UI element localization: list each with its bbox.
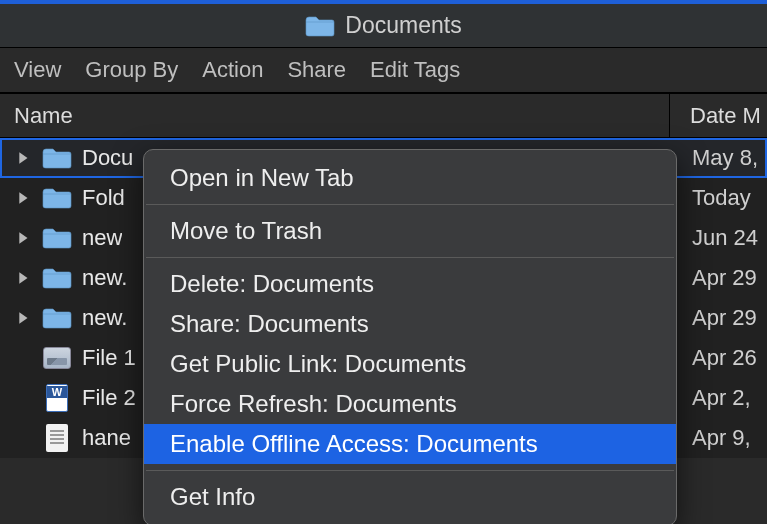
file-date: Apr 29 bbox=[672, 305, 765, 331]
disclosure-triangle-icon[interactable] bbox=[16, 231, 32, 245]
file-date: Today bbox=[672, 185, 765, 211]
menu-separator bbox=[146, 204, 674, 205]
file-date: Apr 2, bbox=[672, 385, 765, 411]
disclosure-triangle-icon[interactable] bbox=[16, 191, 32, 205]
menu-separator bbox=[146, 257, 674, 258]
file-name: Fold bbox=[82, 185, 125, 211]
toolbar: View Group By Action Share Edit Tags bbox=[0, 48, 767, 94]
folder-icon bbox=[40, 187, 74, 209]
folder-icon bbox=[40, 227, 74, 249]
file-name: Docu bbox=[82, 145, 133, 171]
file-date: May 8, bbox=[672, 145, 765, 171]
menu-share[interactable]: Share bbox=[287, 57, 346, 83]
file-date: Apr 26 bbox=[672, 345, 765, 371]
file-name: new bbox=[82, 225, 122, 251]
file-date: Apr 29 bbox=[672, 265, 765, 291]
context-menu-item[interactable]: Open in New Tab bbox=[144, 158, 676, 198]
disclosure-triangle-icon[interactable] bbox=[16, 151, 32, 165]
menu-action[interactable]: Action bbox=[202, 57, 263, 83]
folder-icon bbox=[40, 267, 74, 289]
file-date: Jun 24 bbox=[672, 225, 765, 251]
file-name: new. bbox=[82, 305, 127, 331]
context-menu-item[interactable]: Delete: Documents bbox=[144, 264, 676, 304]
file-name: File 2 bbox=[82, 385, 136, 411]
column-headers: Name Date M bbox=[0, 94, 767, 138]
folder-icon bbox=[40, 147, 74, 169]
worddoc-icon bbox=[40, 384, 74, 412]
titlebar: Documents bbox=[0, 0, 767, 48]
folder-icon bbox=[40, 307, 74, 329]
window-title: Documents bbox=[345, 12, 461, 39]
menu-separator bbox=[146, 470, 674, 471]
context-menu-item[interactable]: Enable Offline Access: Documents bbox=[144, 424, 676, 464]
menu-group-by[interactable]: Group By bbox=[85, 57, 178, 83]
context-menu: Open in New TabMove to TrashDelete: Docu… bbox=[143, 149, 677, 524]
text-icon bbox=[40, 424, 74, 452]
disclosure-triangle-icon[interactable] bbox=[16, 311, 32, 325]
column-header-date[interactable]: Date M bbox=[670, 103, 767, 129]
file-name: hane bbox=[82, 425, 131, 451]
context-menu-item[interactable]: Share: Documents bbox=[144, 304, 676, 344]
context-menu-item[interactable]: Get Info bbox=[144, 477, 676, 517]
context-menu-item[interactable]: Move to Trash bbox=[144, 211, 676, 251]
context-menu-item[interactable]: Force Refresh: Documents bbox=[144, 384, 676, 424]
file-name: new. bbox=[82, 265, 127, 291]
column-header-name[interactable]: Name bbox=[0, 94, 670, 137]
file-date: Apr 9, bbox=[672, 425, 765, 451]
menu-view[interactable]: View bbox=[14, 57, 61, 83]
file-name: File 1 bbox=[82, 345, 136, 371]
disclosure-triangle-icon[interactable] bbox=[16, 271, 32, 285]
menu-edit-tags[interactable]: Edit Tags bbox=[370, 57, 460, 83]
context-menu-item[interactable]: Get Public Link: Documents bbox=[144, 344, 676, 384]
folder-icon bbox=[305, 15, 335, 37]
image-icon bbox=[40, 347, 74, 369]
